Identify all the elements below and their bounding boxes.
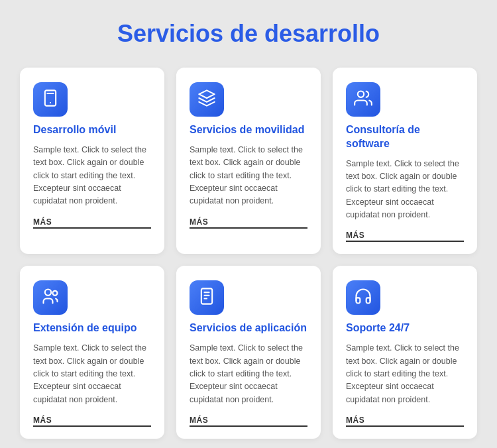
card-link-2[interactable]: MÁS	[190, 217, 307, 229]
card-4: Extensión de equipo Sample text. Click t…	[20, 266, 164, 439]
card-2: Servicios de movilidad Sample text. Clic…	[176, 68, 321, 254]
card-icon-wrapper-4	[33, 280, 68, 315]
headset-icon	[354, 287, 372, 308]
card-text-3: Sample text. Click to select the text bo…	[346, 158, 464, 222]
card-link-3[interactable]: MÁS	[346, 231, 464, 242]
team-icon	[354, 89, 372, 110]
svg-marker-2	[199, 90, 214, 98]
card-title-4: Extensión de equipo	[33, 321, 151, 335]
svg-point-5	[53, 291, 58, 296]
svg-point-3	[358, 91, 364, 97]
card-text-4: Sample text. Click to select the text bo…	[33, 342, 151, 406]
card-text-5: Sample text. Click to select the text bo…	[190, 342, 307, 406]
card-link-5[interactable]: MÁS	[190, 416, 307, 427]
svg-rect-0	[45, 90, 56, 105]
card-5: Servicios de aplicación Sample text. Cli…	[176, 266, 321, 439]
svg-rect-6	[201, 289, 212, 304]
mobile-icon	[41, 89, 60, 110]
card-text-1: Sample text. Click to select the text bo…	[33, 144, 151, 208]
card-text-2: Sample text. Click to select the text bo…	[190, 144, 307, 208]
card-link-4[interactable]: MÁS	[33, 416, 151, 427]
card-title-5: Servicios de aplicación	[190, 321, 307, 335]
page-title: Servicios de desarrollo	[117, 20, 380, 48]
card-icon-wrapper-2	[190, 82, 224, 117]
card-icon-wrapper-3	[346, 82, 380, 117]
layers-icon	[197, 89, 216, 110]
card-title-6: Soporte 24/7	[346, 321, 464, 335]
card-1: Desarrollo móvil Sample text. Click to s…	[20, 68, 164, 254]
card-link-1[interactable]: MÁS	[33, 217, 151, 229]
card-icon-wrapper-6	[346, 280, 380, 315]
svg-point-4	[45, 290, 51, 296]
card-6: Soporte 24/7 Sample text. Click to selec…	[333, 266, 477, 439]
card-title-2: Servicios de movilidad	[190, 123, 307, 137]
card-text-6: Sample text. Click to select the text bo…	[346, 342, 464, 406]
users-icon	[41, 287, 60, 308]
phone-app-icon	[197, 287, 216, 308]
card-icon-wrapper-1	[33, 82, 68, 117]
card-title-1: Desarrollo móvil	[33, 123, 151, 137]
card-title-3: Consultoría de software	[346, 123, 464, 151]
cards-grid: Desarrollo móvil Sample text. Click to s…	[20, 68, 477, 439]
card-icon-wrapper-5	[190, 280, 224, 315]
card-link-6[interactable]: MÁS	[346, 416, 464, 427]
card-3: Consultoría de software Sample text. Cli…	[333, 68, 477, 254]
